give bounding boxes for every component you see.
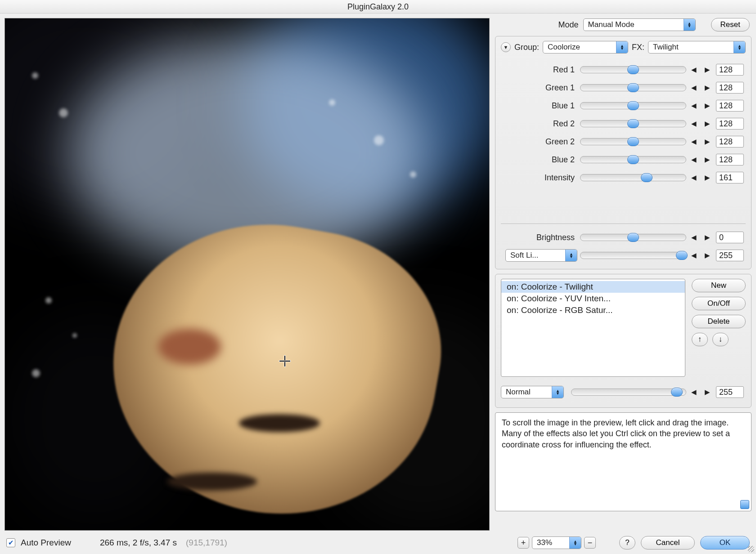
nudge-left-icon[interactable]: ◀ [689,250,699,260]
fx-select-value: Twilight [648,43,683,52]
mode-label: Mode [558,20,579,30]
param-value[interactable]: 161 [716,172,744,183]
param-label: Red 1 [501,65,577,75]
zoom-out-button[interactable]: − [584,537,596,549]
auto-preview-checkbox[interactable]: ✔ [6,538,15,547]
param-value[interactable]: 128 [716,154,744,165]
param-label: Intensity [501,173,577,183]
output-mode-value: Normal [501,388,535,397]
param-slider[interactable] [580,138,686,145]
param-value[interactable]: 128 [716,82,744,94]
param-label: Green 1 [501,83,577,93]
nudge-right-icon[interactable]: ▶ [702,65,712,75]
nudge-right-icon[interactable]: ▶ [702,83,712,93]
render-stats: 266 ms, 2 f/s, 3.47 s [100,538,177,548]
param-slider[interactable] [580,174,686,181]
param-label: Blue 2 [501,155,577,165]
new-button[interactable]: New [692,279,746,292]
slider-thumb[interactable] [627,101,639,110]
window-title: PluginGalaxy 2.0 [0,0,756,13]
collapse-toggle[interactable]: ▼ [501,42,511,52]
zoom-value: 33% [532,538,557,547]
param-value[interactable]: 128 [716,118,744,130]
param-slider[interactable] [580,84,686,91]
slider-thumb[interactable] [627,155,639,164]
nudge-right-icon[interactable]: ▶ [702,232,712,242]
nudge-left-icon[interactable]: ◀ [689,101,699,111]
output-value[interactable]: 255 [716,386,744,398]
chevron-updown-icon: ▲▼ [684,19,695,31]
nudge-left-icon[interactable]: ◀ [689,232,699,242]
param-label: Blue 1 [501,101,577,111]
move-up-button[interactable]: ↑ [692,333,708,346]
nudge-right-icon[interactable]: ▶ [702,155,712,165]
fx-select[interactable]: Twilight ▲▼ [648,41,746,54]
blend-mode-select[interactable]: Soft Li... ▲▼ [505,249,577,262]
nudge-right-icon[interactable]: ▶ [702,173,712,183]
preview-image[interactable] [4,18,490,531]
param-value[interactable]: 128 [716,100,744,112]
zoom-in-button[interactable]: + [518,537,529,549]
slider-thumb[interactable] [627,65,639,74]
output-slider[interactable] [571,389,686,396]
nudge-left-icon[interactable]: ◀ [689,65,699,75]
mode-select[interactable]: Manual Mode ▲▼ [583,18,696,31]
onoff-button[interactable]: On/Off [692,297,746,310]
help-button[interactable]: ? [619,536,635,550]
param-slider[interactable] [580,102,686,109]
cancel-button[interactable]: Cancel [641,536,695,550]
nudge-left-icon[interactable]: ◀ [689,173,699,183]
fx-stack-item[interactable]: on: Coolorize - Twilight [501,281,685,293]
nudge-right-icon[interactable]: ▶ [702,250,712,260]
blend-slider[interactable] [580,252,686,259]
mode-select-value: Manual Mode [584,20,639,29]
param-value[interactable]: 128 [716,64,744,76]
param-label: Red 2 [501,119,577,129]
slider-thumb[interactable] [671,388,683,397]
fx-stack-list[interactable]: on: Coolorize - Twilighton: Coolorize - … [501,279,685,377]
fx-stack-panel: on: Coolorize - Twilighton: Coolorize - … [495,274,752,408]
chevron-updown-icon: ▲▼ [734,41,745,53]
chevron-updown-icon: ▲▼ [569,537,581,549]
nudge-left-icon[interactable]: ◀ [689,387,699,397]
param-slider[interactable] [580,156,686,163]
ok-button[interactable]: OK [700,536,750,550]
reset-button[interactable]: Reset [711,18,750,31]
resize-corner-icon[interactable] [740,500,749,509]
group-select[interactable]: Coolorize ▲▼ [543,41,628,54]
nudge-right-icon[interactable]: ▶ [702,387,712,397]
nudge-right-icon[interactable]: ▶ [702,119,712,129]
param-slider[interactable] [580,120,686,127]
fx-label: FX: [632,43,644,52]
nudge-left-icon[interactable]: ◀ [689,155,699,165]
auto-preview-label: Auto Preview [21,538,71,548]
param-value[interactable]: 128 [716,136,744,147]
slider-thumb[interactable] [627,119,639,128]
slider-thumb[interactable] [627,233,639,242]
group-select-value: Coolorize [543,43,585,52]
brightness-slider[interactable] [580,234,686,241]
blend-value[interactable]: 255 [716,250,744,261]
nudge-left-icon[interactable]: ◀ [689,137,699,147]
brightness-value[interactable]: 0 [716,232,744,243]
slider-thumb[interactable] [676,251,688,260]
mouse-coords: (915,1791) [186,538,227,548]
fx-stack-item[interactable]: on: Coolorize - RGB Satur... [501,304,685,316]
help-text-content: To scroll the image in the preview, left… [502,418,730,449]
zoom-select[interactable]: 33% ▲▼ [532,536,581,549]
nudge-right-icon[interactable]: ▶ [702,101,712,111]
slider-thumb[interactable] [627,83,639,92]
param-slider[interactable] [580,66,686,73]
slider-thumb[interactable] [641,173,652,182]
nudge-left-icon[interactable]: ◀ [689,83,699,93]
move-down-button[interactable]: ↓ [712,333,729,346]
output-mode-select[interactable]: Normal ▲▼ [501,386,564,398]
nudge-left-icon[interactable]: ◀ [689,119,699,129]
fx-stack-item[interactable]: on: Coolorize - YUV Inten... [501,293,685,304]
window-resize-grip[interactable] [746,544,755,553]
nudge-right-icon[interactable]: ▶ [702,137,712,147]
slider-thumb[interactable] [627,137,639,146]
params-panel: ▼ Group: Coolorize ▲▼ FX: Twilight ▲▼ Re… [495,36,752,269]
delete-button[interactable]: Delete [692,315,746,328]
group-label: Group: [514,43,539,52]
